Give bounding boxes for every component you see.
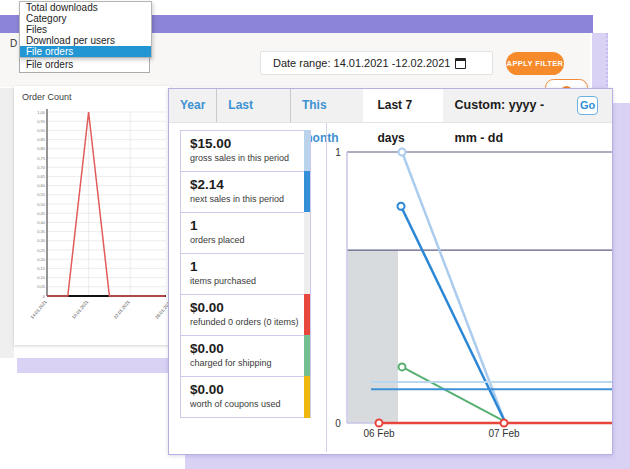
custom-date-label[interactable]: Custom: yyyy - mm - dd xyxy=(443,89,576,122)
screen: D Date range: 14.01.2021 -12.02.2021 APP… xyxy=(0,0,630,469)
stat-value: $15.00 xyxy=(190,136,310,151)
x-tick-label: 06 Feb xyxy=(363,428,395,439)
stat-label: items purchased xyxy=(190,276,310,286)
orders-placed-point xyxy=(376,420,383,427)
y-tick-label: 0,75 xyxy=(37,156,46,161)
y-tick-label: 0,40 xyxy=(37,220,46,225)
stat-accent-bar xyxy=(304,376,310,418)
decor-lavender-bar xyxy=(17,358,170,373)
stat-accent-bar xyxy=(304,212,310,254)
stat-card-3[interactable]: 1items purchased xyxy=(180,253,311,295)
tab-year[interactable]: Year xyxy=(169,89,216,122)
orders-placed-point xyxy=(501,420,508,427)
stat-card-6[interactable]: $0.00worth of coupons used xyxy=(180,376,311,418)
stat-label: charged for shipping xyxy=(190,358,310,368)
dropdown-option[interactable]: File orders xyxy=(20,46,151,57)
y-tick-label: 0,60 xyxy=(37,183,46,188)
y-tick-label: 0,65 xyxy=(37,174,46,179)
y-tick-label: 0,10 xyxy=(37,275,46,280)
y-tick-label: 0,80 xyxy=(37,146,46,151)
y-tick-label: 0,15 xyxy=(37,266,46,271)
y-tick-label: 0,25 xyxy=(37,248,46,253)
items-purchased-line xyxy=(402,367,504,421)
y-tick-label: 0 xyxy=(43,294,46,299)
y-tick-label: 0,85 xyxy=(37,137,46,142)
net-sales-line xyxy=(401,206,504,420)
download-type-select[interactable]: File orders xyxy=(19,57,150,73)
hidden-field-label: D xyxy=(10,38,17,49)
dropdown-option[interactable]: Category xyxy=(20,13,151,24)
report-tabs: Year Last month This month Last 7 days C… xyxy=(169,89,612,123)
stat-value: $0.00 xyxy=(190,300,310,315)
items-purchased-point xyxy=(399,363,406,370)
sales-chart: 1006 Feb07 Feb xyxy=(327,124,612,454)
y-tick-label: 1,00 xyxy=(37,110,46,115)
gross-sales-line xyxy=(402,152,504,420)
x-tick-label: 22.01.2021 xyxy=(113,299,132,320)
calendar-icon[interactable] xyxy=(455,58,466,69)
stat-value: 1 xyxy=(190,218,310,233)
y-tick-label: 0,30 xyxy=(37,238,46,243)
report-panel: Year Last month This month Last 7 days C… xyxy=(168,88,613,455)
stat-accent-bar xyxy=(304,335,310,377)
apply-filter-button[interactable]: APPLY FILTER xyxy=(506,52,564,75)
download-type-dropdown: Total downloadsCategoryFilesDownload per… xyxy=(19,1,152,58)
date-range-text: Date range: 14.01.2021 -12.02.2021 xyxy=(273,57,450,69)
stat-card-5[interactable]: $0.00charged for shipping xyxy=(180,335,311,377)
gross-sales-point xyxy=(399,149,406,156)
stat-accent-bar xyxy=(304,171,310,213)
weekend-shading xyxy=(348,250,398,423)
stat-label: worth of coupons used xyxy=(190,399,310,409)
stat-card-2[interactable]: 1orders placed xyxy=(180,212,311,254)
stat-value: $0.00 xyxy=(190,382,310,397)
y-tick-label: 1 xyxy=(335,147,341,158)
stat-card-4[interactable]: $0.00refunded 0 orders (0 items) xyxy=(180,294,311,336)
x-tick-label: 14.01.2021 xyxy=(29,299,48,320)
y-tick-label: 0,55 xyxy=(37,192,46,197)
stat-label: gross sales in this period xyxy=(190,153,310,163)
order-count-chart: Order Count00,050,100,150,200,250,300,35… xyxy=(14,86,170,336)
tab-this-month[interactable]: This month xyxy=(290,89,364,122)
y-tick-label: 0,95 xyxy=(37,119,46,124)
chart-title: Order Count xyxy=(22,92,72,102)
dropdown-option[interactable]: Download per users xyxy=(20,35,151,46)
stat-card-0[interactable]: $15.00gross sales in this period xyxy=(180,130,311,172)
x-tick-label: 18.01.2021 xyxy=(71,299,90,320)
net-sales-point xyxy=(398,203,405,210)
order-count-card: Order Count00,050,100,150,200,250,300,35… xyxy=(14,86,170,345)
select-value: File orders xyxy=(26,59,73,70)
y-tick-label: 0,35 xyxy=(37,229,46,234)
y-tick-label: 0,20 xyxy=(37,257,46,262)
dropdown-option[interactable]: Total downloads xyxy=(20,2,151,13)
stat-accent-bar xyxy=(304,294,310,336)
y-tick-label: 0,50 xyxy=(37,202,46,207)
stat-accent-bar xyxy=(304,253,310,295)
y-tick-label: 0,05 xyxy=(37,284,46,289)
go-button[interactable]: Go xyxy=(577,96,598,115)
stat-value: 1 xyxy=(190,259,310,274)
y-tick-label: 0,70 xyxy=(37,165,46,170)
stat-value: $2.14 xyxy=(190,177,310,192)
tab-last-month[interactable]: Last month xyxy=(216,89,290,122)
stat-accent-bar xyxy=(304,130,310,172)
stat-label: next sales in this period xyxy=(190,194,310,204)
date-range-field[interactable]: Date range: 14.01.2021 -12.02.2021 xyxy=(260,51,493,75)
y-tick-label: 0,90 xyxy=(37,128,46,133)
tab-last-7-days[interactable]: Last 7 days xyxy=(363,89,442,122)
stat-value: $0.00 xyxy=(190,341,310,356)
stat-label: refunded 0 orders (0 items) xyxy=(190,317,310,327)
x-tick-label: 07 Feb xyxy=(488,428,520,439)
dropdown-option[interactable]: Files xyxy=(20,24,151,35)
y-tick-label: 0 xyxy=(335,418,341,429)
stat-card-1[interactable]: $2.14next sales in this period xyxy=(180,171,311,213)
left-gutter xyxy=(0,88,14,358)
stat-label: orders placed xyxy=(190,235,310,245)
y-tick-label: 0,45 xyxy=(37,211,46,216)
